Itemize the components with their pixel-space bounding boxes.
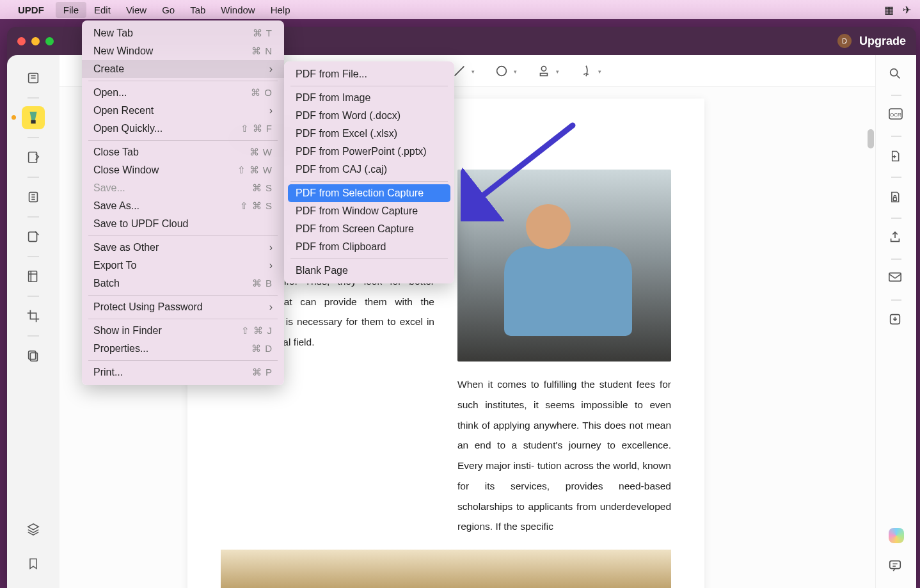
svg-rect-6: [30, 353, 37, 361]
menu-save-as[interactable]: Save As...⇧ ⌘ S: [82, 197, 284, 215]
menu-open-quickly[interactable]: Open Quickly...⇧ ⌘ F: [82, 120, 284, 138]
svg-point-10: [890, 69, 897, 76]
signature-icon[interactable]: ▾: [578, 63, 594, 79]
edit-tool[interactable]: [22, 146, 45, 169]
shape-icon[interactable]: ▾: [493, 63, 510, 79]
ai-assistant-icon[interactable]: [889, 528, 904, 543]
create-blank-page[interactable]: Blank Page: [284, 262, 454, 280]
menu-save-cloud[interactable]: Save to UPDF Cloud: [82, 215, 284, 233]
menu-open[interactable]: Open...⌘ O: [82, 84, 284, 102]
submenu-arrow-icon: ›: [269, 301, 273, 313]
menu-save: Save...⌘ S: [82, 179, 284, 197]
stamp-icon[interactable]: ▾: [535, 63, 552, 79]
form-tool[interactable]: [22, 225, 45, 248]
pages-tool[interactable]: [22, 344, 45, 367]
submenu-arrow-icon: ›: [269, 105, 273, 116]
svg-rect-1: [31, 120, 35, 124]
left-sidebar: [7, 55, 59, 588]
menu-window[interactable]: Window: [213, 2, 262, 18]
svg-point-8: [497, 66, 507, 75]
svg-point-9: [541, 66, 546, 70]
comment-icon[interactable]: [888, 559, 905, 575]
create-from-ppt[interactable]: PDF from PowerPoint (.pptx): [284, 143, 454, 161]
highlighter-tool[interactable]: [22, 106, 45, 129]
create-from-window-capture[interactable]: PDF from Window Capture: [284, 202, 454, 220]
document-right-column: When it comes to fulfilling the student …: [457, 170, 671, 537]
caret-icon: ▾: [598, 68, 601, 75]
menu-export-to[interactable]: Export To›: [82, 257, 284, 274]
create-from-screen-capture[interactable]: PDF from Screen Capture: [284, 220, 454, 238]
create-from-word[interactable]: PDF from Word (.docx): [284, 107, 454, 125]
file-menu: New Tab⌘ T New Window⌘ N Create› Open...…: [82, 20, 284, 385]
crop-tool[interactable]: [22, 305, 45, 328]
create-from-selection-capture[interactable]: PDF from Selection Capture: [288, 184, 450, 202]
document-photo: [457, 170, 671, 362]
scrollbar-thumb[interactable]: [868, 129, 874, 148]
menu-show-finder[interactable]: Show in Finder⇧ ⌘ J: [82, 322, 284, 340]
minimize-window-button[interactable]: [31, 37, 40, 45]
menu-close-window[interactable]: Close Window⇧ ⌘ W: [82, 161, 284, 179]
traffic-lights: [17, 37, 54, 45]
menu-properties[interactable]: Properties...⌘ D: [82, 340, 284, 358]
maximize-window-button[interactable]: [45, 37, 54, 45]
menu-save-other[interactable]: Save as Other›: [82, 239, 284, 257]
menu-help[interactable]: Help: [263, 2, 298, 18]
document-photo-2: [221, 550, 671, 588]
create-from-file[interactable]: PDF from File...: [284, 65, 454, 83]
right-sidebar: OCR: [875, 55, 916, 588]
svg-rect-16: [889, 561, 900, 569]
mail-icon[interactable]: [888, 271, 905, 288]
menu-edit[interactable]: Edit: [86, 2, 118, 18]
upgrade-button[interactable]: Upgrade: [859, 35, 906, 48]
svg-rect-2: [29, 152, 37, 163]
menu-tab[interactable]: Tab: [182, 2, 213, 18]
menu-new-tab[interactable]: New Tab⌘ T: [82, 24, 284, 42]
right-col-text: When it comes to fulfilling the student …: [457, 379, 671, 532]
app-name[interactable]: UPDF: [18, 4, 44, 15]
menu-create[interactable]: Create›: [82, 60, 284, 78]
search-icon[interactable]: [888, 67, 905, 83]
lock-icon[interactable]: [888, 189, 905, 206]
close-window-button[interactable]: [17, 37, 26, 45]
tray-icon-2[interactable]: ✈: [903, 4, 911, 16]
ocr-icon[interactable]: OCR: [888, 107, 905, 124]
svg-rect-4: [29, 232, 37, 242]
menu-go[interactable]: Go: [154, 2, 182, 18]
compare-tool[interactable]: [22, 265, 45, 288]
save-icon[interactable]: [888, 312, 905, 329]
submenu-arrow-icon: ›: [269, 260, 273, 271]
reader-tool[interactable]: [22, 67, 45, 90]
avatar[interactable]: D: [837, 34, 852, 48]
menu-print[interactable]: Print...⌘ P: [82, 363, 284, 381]
menubar-tray: ▦ ✈: [884, 4, 911, 16]
svg-text:OCR: OCR: [890, 112, 901, 118]
caret-icon: ▾: [472, 68, 475, 75]
bookmark-icon[interactable]: [22, 552, 45, 575]
menu-view[interactable]: View: [118, 2, 154, 18]
layers-icon[interactable]: [22, 518, 45, 541]
create-from-image[interactable]: PDF from Image: [284, 89, 454, 107]
menu-protect[interactable]: Protect Using Password›: [82, 298, 284, 316]
svg-rect-14: [889, 273, 900, 282]
create-submenu: PDF from File... PDF from Image PDF from…: [284, 61, 454, 283]
svg-rect-5: [29, 271, 37, 282]
mac-menubar: UPDF File Edit View Go Tab Window Help ▦…: [0, 0, 920, 19]
caret-icon: ▾: [514, 68, 517, 75]
menu-file[interactable]: File: [56, 2, 86, 18]
tray-icon-1[interactable]: ▦: [884, 4, 894, 16]
menu-new-window[interactable]: New Window⌘ N: [82, 42, 284, 60]
menu-batch[interactable]: Batch⌘ B: [82, 274, 284, 292]
submenu-arrow-icon: ›: [269, 242, 273, 253]
convert-icon[interactable]: [888, 148, 905, 165]
create-from-excel[interactable]: PDF from Excel (.xlsx): [284, 125, 454, 143]
svg-rect-13: [893, 198, 896, 201]
submenu-arrow-icon: ›: [269, 63, 273, 75]
active-indicator-icon: [12, 115, 16, 120]
menu-close-tab[interactable]: Close Tab⌘ W: [82, 143, 284, 161]
create-from-caj[interactable]: PDF from CAJ (.caj): [284, 161, 454, 179]
create-from-clipboard[interactable]: PDF from Clipboard: [284, 238, 454, 256]
menu-open-recent[interactable]: Open Recent›: [82, 102, 284, 120]
organize-tool[interactable]: [22, 186, 45, 209]
share-icon[interactable]: [888, 230, 905, 247]
caret-icon: ▾: [556, 68, 559, 75]
